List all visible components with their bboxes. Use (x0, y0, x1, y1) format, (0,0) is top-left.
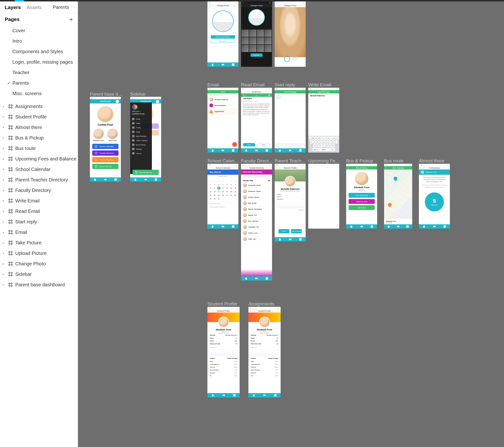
calendar-day[interactable]: 25 (221, 194, 225, 197)
frame-row[interactable]: ▸Write Email (0, 196, 78, 206)
tasks-complete-button[interactable]: Tasks Complete (291, 229, 302, 233)
artboard-label[interactable]: Parent base da… (90, 91, 123, 97)
search-icon[interactable] (299, 149, 302, 152)
subject-row[interactable]: Language Arts89% (248, 363, 281, 366)
bus-pin-icon[interactable] (387, 202, 393, 208)
faculty-row[interactable]: Clark, Lee› (241, 236, 272, 242)
calendar-day[interactable]: 29 (209, 197, 212, 200)
keyboard-key[interactable]: R (318, 137, 321, 140)
warning-row[interactable]: Appointment (207, 108, 238, 114)
photo-thumb[interactable] (264, 45, 271, 52)
calendar-day[interactable]: 15 (209, 190, 212, 193)
photo-thumb[interactable] (249, 37, 256, 44)
child-card[interactable]: Elizabeth Frost (93, 128, 104, 141)
sidebar-menu-item[interactable]: Settings (132, 147, 150, 151)
mail-icon[interactable] (255, 277, 258, 280)
search-icon[interactable] (232, 149, 234, 152)
email-row[interactable]: Michelle Patterson (207, 97, 238, 103)
track-bus-button[interactable]: Track bus route (349, 199, 375, 204)
artboard-label[interactable]: Sidebar (130, 91, 146, 97)
mail-icon[interactable] (222, 149, 224, 152)
mail-icon[interactable] (360, 225, 363, 228)
keyboard-key[interactable]: 123 (313, 148, 317, 151)
page-item-components[interactable]: Components and Styles (0, 46, 78, 57)
expand-caret-icon[interactable]: ▸ (3, 220, 6, 223)
expand-caret-icon[interactable]: ▸ (3, 210, 6, 213)
keyboard-key[interactable]: Y (324, 137, 327, 140)
calendar-day[interactable]: 24 (217, 194, 220, 197)
keyboard-key[interactable]: X (316, 144, 319, 148)
mail-icon[interactable] (255, 149, 258, 152)
calendar-day[interactable]: 14 (234, 187, 237, 190)
sidebar-menu-item[interactable]: Home (132, 117, 150, 121)
calendar-day[interactable]: 6 (229, 183, 233, 186)
frame-row[interactable]: ▸Bus route (0, 143, 78, 154)
pickup-alert-button[interactable]: 5 min pickup alert (349, 193, 375, 198)
expand-caret-icon[interactable]: ▸ (3, 105, 6, 108)
calendar-day[interactable]: 5 (225, 183, 229, 186)
calendar-day[interactable]: 19 (225, 190, 229, 193)
frame-row[interactable]: ▸Upcoming Fees and Balance (0, 154, 78, 164)
faculty-row[interactable]: Carter, Love› (241, 230, 272, 236)
subject-row[interactable]: Social Studies74% (207, 369, 240, 371)
artboard-label[interactable]: Bus & Pickup (346, 158, 373, 163)
choose-photo-button[interactable]: Choose existing photo (211, 35, 235, 39)
expand-caret-icon[interactable]: ▸ (3, 178, 6, 181)
expand-caret-icon[interactable]: ▸ (3, 189, 6, 192)
calendar-day[interactable]: 7 (234, 183, 237, 186)
frame-almost-there[interactable]: •••⚡ ‹5 min pickup Elizabeth Frost This … (419, 164, 450, 229)
artboard-label[interactable]: Assignments (248, 301, 274, 306)
calendar-day[interactable]: 8 (209, 187, 212, 190)
compose-body[interactable]: | (308, 98, 339, 136)
sidebar-menu-item[interactable]: Bus & Pickup (132, 143, 150, 147)
subject-row[interactable]: Math65% (207, 360, 240, 363)
frame-upload-picture[interactable]: •••⚡ Change Photo All photos (241, 1, 272, 67)
page-selector[interactable]: Parents ⌃ (53, 4, 73, 10)
keyboard-key[interactable]: G (323, 141, 325, 144)
frame-bus-pickup[interactable]: •••⚡ ‹Bus & Pickup Elizabeth Frost Grade… (346, 164, 377, 229)
mail-icon[interactable] (289, 238, 291, 241)
frame-row[interactable]: ▸Almost there (0, 122, 78, 133)
mail-icon[interactable] (433, 225, 436, 228)
event-row[interactable]: • Parent teacher conferences (207, 205, 238, 209)
reply-button[interactable]: Reply (243, 143, 255, 146)
keyboard-key[interactable]: V (323, 144, 325, 148)
frame-bus-route[interactable]: •••⚡ ‹Bus Tracking Elizabeth Frost En Ro… (384, 164, 412, 229)
expand-caret-icon[interactable]: ▸ (3, 231, 6, 234)
forward-icon[interactable]: ↪ (256, 94, 257, 96)
folder-icon[interactable] (155, 178, 157, 181)
back-icon[interactable]: ‹ (209, 310, 210, 312)
subject-row[interactable]: Language Arts89% (207, 363, 240, 366)
home-icon[interactable] (279, 238, 281, 241)
frame-sidebar[interactable]: •••⚡ Dashboard Welcome! Cynthia Frost Ho… (130, 97, 161, 182)
subject-row[interactable]: Math65% (248, 360, 281, 363)
subject-row[interactable]: Art99% (248, 374, 281, 377)
compose-fab[interactable] (232, 142, 237, 147)
frame-read-email[interactable]: •••⚡ Email from ↩↪🗑 Late Notice Michelle… (241, 88, 272, 153)
calendar-day[interactable]: 11 (221, 187, 225, 190)
faculty-row[interactable]: Campbell, Tim› (241, 224, 272, 230)
back-icon[interactable]: ‹ (250, 310, 251, 312)
faculty-row[interactable]: Alexander, Petra› (241, 182, 272, 188)
folder-icon[interactable] (232, 225, 234, 228)
keyboard-key[interactable]: Z (313, 144, 316, 148)
page-item-cover[interactable]: Cover (0, 25, 78, 36)
keyboard-key[interactable]: J (329, 141, 331, 144)
subject-row[interactable]: Spanish81% (248, 371, 281, 374)
frame-row[interactable]: ▸Parent base dashboard (0, 279, 78, 290)
mail-icon[interactable] (289, 149, 291, 152)
expand-caret-icon[interactable]: ▸ (3, 283, 6, 286)
expand-caret-icon[interactable]: ▸ (3, 168, 6, 171)
expand-caret-icon[interactable]: ▸ (3, 157, 6, 161)
next-month-icon[interactable]: › (237, 176, 237, 177)
frame-assignments[interactable]: •••⚡ ‹Student Profile Elizabeth Frost Gr… (248, 307, 281, 397)
artboard-label[interactable]: Email (207, 82, 219, 88)
home-icon[interactable] (212, 225, 214, 228)
keyboard-key[interactable]: Go (330, 148, 335, 151)
take-photo-button[interactable]: Take a photo (211, 40, 235, 43)
calendar-day[interactable]: 20 (229, 190, 233, 193)
keyboard-key[interactable]: A (310, 141, 313, 144)
sidebar-menu-item[interactable]: Child's Classes (132, 138, 150, 143)
photo-thumb[interactable] (264, 37, 271, 44)
calendar-day[interactable]: 21 (234, 190, 237, 193)
